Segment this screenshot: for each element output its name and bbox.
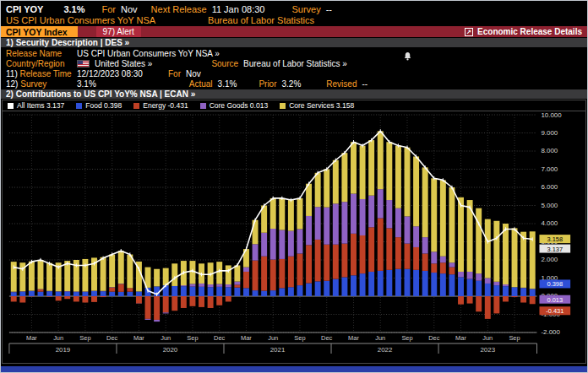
legend-item-core-services[interactable]: Core Services 3.158: [280, 101, 354, 110]
svg-text:Sep: Sep: [79, 334, 90, 342]
bloomberg-window: CPI YOY 3.1% For Nov Next Release 11 Jan…: [0, 0, 588, 373]
country-row: Country/Region United States » Source Bu…: [6, 58, 582, 68]
survey-row: 12) Survey 3.1% Actual 3.1% Prior 3.2% R…: [6, 78, 582, 89]
svg-text:4.000: 4.000: [541, 219, 558, 227]
alert-bell-icon[interactable]: [403, 50, 412, 65]
release-time-value: 12/12/2023 08:30: [77, 69, 158, 78]
survey-label-group: 12) Survey: [6, 79, 72, 89]
survey-value-2: 3.1%: [77, 79, 96, 89]
release-details-panel: Release Name US CPI Urban Consumers YoY …: [1, 47, 587, 89]
svg-text:3.137: 3.137: [547, 246, 564, 253]
svg-text:0.013: 0.013: [547, 296, 564, 304]
svg-text:2019: 2019: [56, 346, 71, 354]
legend-swatch-icon: [200, 103, 206, 109]
prior-value: 3.2%: [282, 79, 302, 89]
next-release-value: 11 Jan 08:30: [212, 4, 265, 14]
svg-text:2021: 2021: [270, 346, 286, 354]
svg-text:2022: 2022: [378, 346, 393, 354]
svg-text:2023: 2023: [480, 346, 495, 354]
survey-value: --: [326, 4, 332, 14]
revised-value: --: [362, 79, 368, 89]
svg-text:Sep: Sep: [294, 334, 305, 342]
revised-label: Revised: [326, 79, 357, 89]
security-description: US CPI Urban Consumers YoY NSA: [6, 15, 155, 25]
svg-text:Mar: Mar: [26, 334, 37, 342]
svg-text:Sep: Sep: [401, 334, 412, 342]
svg-text:Mar: Mar: [241, 334, 252, 342]
svg-text:-2.000: -2.000: [541, 328, 560, 336]
tab-cpi-yoy-index[interactable]: CPI YOY Index: [1, 26, 78, 37]
chart-legend: All Items 3.137Food 0.398Energy -0.431Co…: [3, 100, 585, 111]
ticker-symbol: CPI YOY: [6, 4, 43, 14]
bottom-toolbar: [1, 366, 587, 372]
legend-label: Core Services 3.158: [289, 101, 354, 110]
source-value[interactable]: Bureau of Labor Statistics »: [243, 59, 347, 68]
legend-label: Energy -0.431: [143, 101, 188, 110]
svg-text:Dec: Dec: [428, 334, 439, 342]
svg-text:Dec: Dec: [106, 334, 117, 342]
legend-item-energy[interactable]: Energy -0.431: [133, 101, 188, 110]
description-row: US CPI Urban Consumers YoY NSA Bureau of…: [6, 14, 582, 25]
us-flag-icon: [77, 60, 90, 68]
for-value: Nov: [121, 4, 138, 14]
svg-text:Dec: Dec: [214, 334, 225, 342]
svg-text:10.000: 10.000: [541, 111, 562, 119]
svg-text:Jun: Jun: [482, 334, 493, 342]
release-name-row: Release Name US CPI Urban Consumers YoY …: [6, 48, 582, 58]
svg-text:Sep: Sep: [509, 334, 520, 342]
release-time-label: Release Time: [20, 69, 72, 78]
survey-label-2: Survey: [20, 79, 46, 89]
ticker-row: CPI YOY 3.1% For Nov Next Release 11 Jan…: [6, 3, 582, 14]
survey-label: Survey: [291, 4, 320, 14]
svg-text:Jun: Jun: [161, 334, 171, 342]
svg-text:2020: 2020: [163, 346, 178, 354]
legend-label: Core Goods 0.013: [210, 101, 268, 110]
legend-item-all-items[interactable]: All Items 3.137: [8, 101, 64, 110]
release-details-icon: ↗: [465, 28, 473, 36]
release-name-value[interactable]: US CPI Urban Consumers YoY NSA »: [77, 49, 220, 58]
svg-text:8.000: 8.000: [541, 147, 558, 154]
release-time-row: 11) Release Time 12/12/2023 08:30 For No…: [6, 68, 582, 78]
legend-swatch-icon: [280, 103, 286, 109]
svg-text:9.000: 9.000: [541, 129, 558, 137]
alert-button[interactable]: 97) Alert: [96, 26, 141, 37]
release-details-label: Economic Release Details: [477, 27, 582, 36]
svg-text:Mar: Mar: [348, 334, 359, 342]
source-name: Bureau of Labor Statistics: [208, 15, 314, 25]
release-for-label: For: [168, 69, 181, 78]
svg-text:Jun: Jun: [375, 334, 385, 342]
economic-release-details-link[interactable]: ↗ Economic Release Details: [465, 27, 582, 36]
legend-swatch-icon: [133, 103, 139, 109]
actual-value: 3.1%: [218, 79, 237, 89]
svg-text:7.000: 7.000: [541, 165, 558, 173]
flag-canton: [78, 61, 83, 64]
legend-item-core-goods[interactable]: Core Goods 0.013: [200, 101, 268, 110]
country-value[interactable]: United States »: [95, 59, 152, 68]
tab-bar: CPI YOY Index 97) Alert ↗ Economic Relea…: [1, 26, 587, 37]
legend-item-food[interactable]: Food 0.398: [76, 101, 122, 110]
svg-text:6.000: 6.000: [541, 183, 558, 191]
survey-num: 12): [6, 79, 18, 89]
ticker-value: 3.1%: [63, 4, 84, 14]
release-name-label: Release Name: [6, 49, 72, 58]
legend-swatch-icon: [8, 103, 14, 109]
svg-text:0.398: 0.398: [547, 280, 564, 288]
prior-label: Prior: [259, 79, 276, 89]
svg-text:Mar: Mar: [133, 334, 144, 342]
alert-bar: 97) Alert ↗ Economic Release Details: [78, 26, 587, 37]
svg-text:Dec: Dec: [321, 334, 332, 342]
for-label: For: [102, 4, 117, 14]
cpi-contributions-chart: 10.0009.0008.0007.0006.0005.0004.0003.00…: [3, 111, 585, 359]
svg-text:Jun: Jun: [53, 334, 63, 342]
chart-section-header[interactable]: 2) Contributions to US CPI YoY% NSA | EC…: [1, 89, 587, 99]
section-header-security-description[interactable]: 1) Security Description | DES »: [1, 38, 587, 47]
next-release-label: Next Release: [151, 4, 207, 14]
release-time-num: 11): [6, 69, 18, 78]
svg-text:Jun: Jun: [268, 334, 278, 342]
release-for-value: Nov: [186, 69, 201, 78]
svg-text:5.000: 5.000: [541, 202, 558, 209]
actual-label: Actual: [189, 79, 213, 89]
header: CPI YOY 3.1% For Nov Next Release 11 Jan…: [1, 1, 587, 25]
release-time-label-group: 11) Release Time: [6, 69, 72, 78]
legend-label: All Items 3.137: [17, 101, 64, 110]
